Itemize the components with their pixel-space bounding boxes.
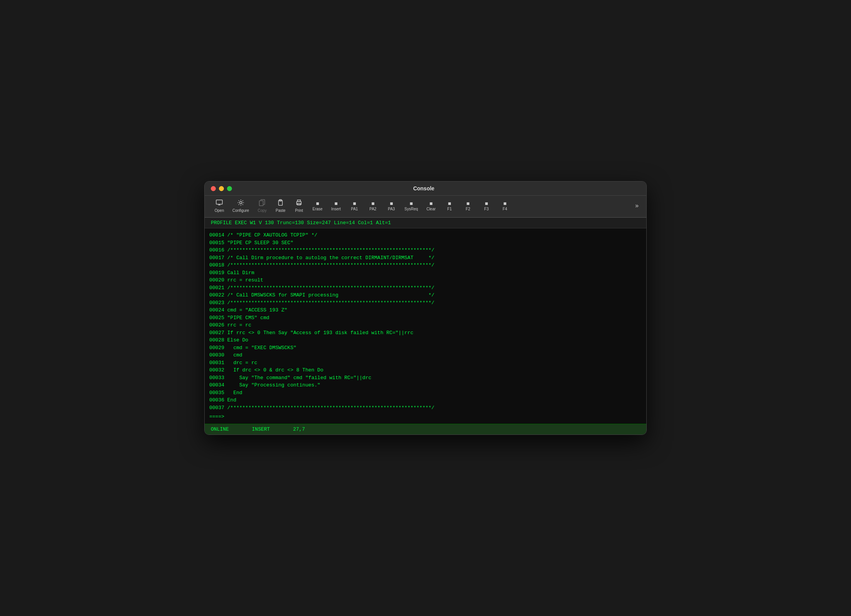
- file-status-text: PROFILE EXEC W1 V 130 Trunc=130 Size=247…: [211, 220, 391, 226]
- paste-label: Paste: [276, 208, 286, 213]
- configure-button[interactable]: Configure: [229, 197, 252, 214]
- terminal-line: 00020 rrc = result: [209, 276, 642, 284]
- pa1-label: PA1: [351, 207, 358, 211]
- sysreq-button[interactable]: ■ SysReq: [401, 199, 421, 213]
- erase-label: Erase: [312, 207, 322, 211]
- terminal-line: 00033 Say "The command" cmd "failed with…: [209, 374, 642, 382]
- pa3-button[interactable]: ■ PA3: [383, 199, 400, 213]
- f3-button[interactable]: ■ F3: [478, 199, 495, 213]
- erase-icon: ■: [316, 201, 319, 206]
- terminal-line: 00030 cmd: [209, 351, 642, 359]
- f4-icon: ■: [503, 201, 506, 206]
- terminal-line: 00028 Else Do: [209, 336, 642, 344]
- terminal-line: 00015 "PIPE CP SLEEP 30 SEC": [209, 239, 642, 247]
- f4-button[interactable]: ■ F4: [496, 199, 513, 213]
- configure-label: Configure: [232, 208, 249, 213]
- bottom-status-bar: ONLINE INSERT 27,7: [205, 424, 646, 435]
- clear-label: Clear: [426, 207, 436, 211]
- clear-icon: ■: [429, 201, 432, 206]
- terminal-line: 00031 drc = rc: [209, 359, 642, 367]
- paste-icon: [277, 199, 284, 208]
- f4-label: F4: [503, 207, 507, 211]
- pa1-icon: ■: [353, 201, 356, 206]
- terminal-line: 00026 rrc = rc: [209, 321, 642, 329]
- terminal-line: 00022 /* Call DMSWSCKS for SMAPI process…: [209, 291, 642, 299]
- window-title: Console: [207, 185, 640, 191]
- terminal-line: 00037 /*********************************…: [209, 404, 642, 412]
- terminal-line: 00025 "PIPE CMS" cmd: [209, 314, 642, 322]
- svg-rect-9: [297, 200, 300, 201]
- open-button[interactable]: Open: [211, 197, 228, 214]
- terminal-line: 00029 cmd = "EXEC DMSWSCKS": [209, 344, 642, 352]
- terminal-content[interactable]: 00014 /* "PIPE CP XAUTOLOG TCPIP" */0001…: [205, 228, 646, 424]
- clear-button[interactable]: ■ Clear: [422, 199, 439, 213]
- terminal-line: 00014 /* "PIPE CP XAUTOLOG TCPIP" */: [209, 231, 642, 239]
- monitor-icon: [215, 199, 223, 208]
- svg-rect-5: [259, 201, 263, 206]
- svg-rect-10: [297, 203, 300, 205]
- insert-label: Insert: [331, 207, 341, 211]
- f3-label: F3: [484, 207, 489, 211]
- terminal-line: 00036 End: [209, 396, 642, 404]
- insert-mode: INSERT: [252, 426, 270, 432]
- terminal-line: 00035 End: [209, 389, 642, 397]
- console-window: Console Open Configure Copy: [204, 181, 647, 435]
- terminal-line: 00016 /*********************************…: [209, 246, 642, 254]
- terminal-line: 00018 /*********************************…: [209, 261, 642, 269]
- terminal-line: 00023 /*********************************…: [209, 299, 642, 307]
- more-button[interactable]: »: [634, 201, 640, 211]
- print-icon: [295, 199, 303, 208]
- pa2-icon: ■: [371, 201, 374, 206]
- f2-label: F2: [466, 207, 471, 211]
- online-status: ONLINE: [211, 426, 229, 432]
- gear-icon: [237, 199, 245, 208]
- terminal-line: 00024 cmd = "ACCESS 193 Z": [209, 306, 642, 314]
- paste-button[interactable]: Paste: [272, 197, 289, 214]
- terminal-line: 00021 /*********************************…: [209, 284, 642, 292]
- f1-icon: ■: [448, 201, 451, 206]
- terminal-line: 00032 If drc <> 0 & drc <> 8 Then Do: [209, 366, 642, 374]
- f2-button[interactable]: ■ F2: [459, 199, 476, 213]
- terminal-line: 00034 Say "Processing continues.": [209, 381, 642, 389]
- copy-button[interactable]: Copy: [254, 197, 270, 214]
- erase-button[interactable]: ■ Erase: [309, 199, 326, 213]
- open-label: Open: [215, 208, 224, 213]
- titlebar: Console: [205, 181, 646, 196]
- command-prompt-line[interactable]: ====>: [209, 413, 642, 421]
- f1-button[interactable]: ■ F1: [441, 199, 458, 213]
- f1-label: F1: [447, 207, 452, 211]
- pa3-icon: ■: [390, 201, 393, 206]
- print-button[interactable]: Print: [290, 197, 307, 214]
- sysreq-label: SysReq: [404, 207, 418, 211]
- print-label: Print: [295, 208, 303, 213]
- cursor-position: 27,7: [293, 426, 305, 432]
- f2-icon: ■: [466, 201, 469, 206]
- pa2-label: PA2: [369, 207, 376, 211]
- terminal-line: 00019 Call Dirm: [209, 269, 642, 277]
- terminal-line: 00017 /* Call Dirm procedure to autolog …: [209, 254, 642, 262]
- toolbar: Open Configure Copy Paste: [205, 196, 646, 218]
- svg-point-3: [240, 201, 242, 204]
- f3-icon: ■: [485, 201, 488, 206]
- copy-icon: [258, 199, 266, 208]
- pa1-button[interactable]: ■ PA1: [346, 199, 363, 213]
- pa3-label: PA3: [388, 207, 395, 211]
- file-status-bar: PROFILE EXEC W1 V 130 Trunc=130 Size=247…: [205, 218, 646, 228]
- sysreq-icon: ■: [410, 201, 413, 206]
- insert-button[interactable]: ■ Insert: [327, 199, 344, 213]
- pa2-button[interactable]: ■ PA2: [364, 199, 381, 213]
- terminal-line: 00027 If rrc <> 0 Then Say "Access of 19…: [209, 329, 642, 337]
- command-prompt: ====>: [209, 413, 224, 421]
- copy-label: Copy: [258, 208, 267, 213]
- insert-icon: ■: [334, 201, 337, 206]
- svg-rect-0: [216, 200, 222, 204]
